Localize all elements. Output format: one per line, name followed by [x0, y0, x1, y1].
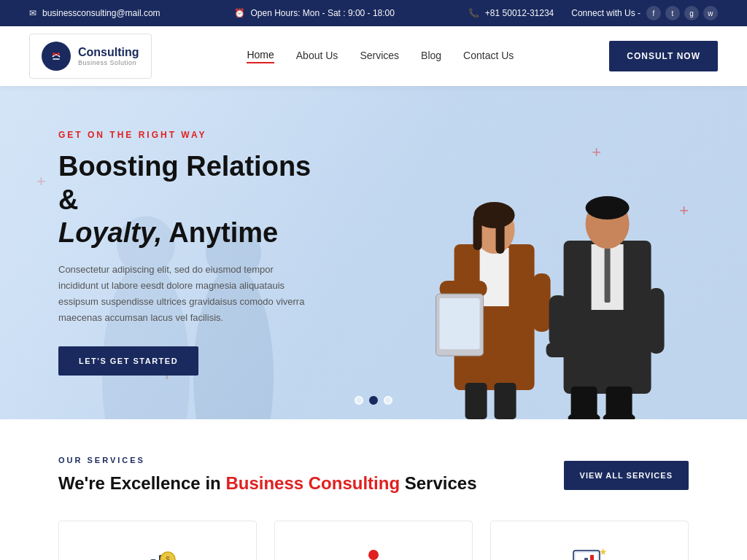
service-card-marketing: Marketing Services Consectetur adipiscin…: [490, 521, 689, 560]
main-nav: Home About Us Services Blog Contact Us: [247, 49, 514, 63]
whatsapp-icon[interactable]: w: [703, 6, 718, 20]
services-title-highlight: Business Consulting: [225, 473, 400, 493]
services-tag: OUR SERVICES: [58, 456, 477, 464]
logo: Consulting Business Solution: [29, 34, 152, 79]
svg-point-23: [585, 196, 629, 219]
dot-3[interactable]: [384, 396, 392, 405]
logo-title: Consulting: [78, 46, 139, 59]
marketing-icon: [568, 543, 611, 560]
services-title-area: OUR SERVICES We're Excellence in Busines…: [58, 456, 477, 494]
hero-content: GET ON THE RIGHT WAY Boosting Relations …: [0, 86, 374, 419]
services-header: OUR SERVICES We're Excellence in Busines…: [58, 456, 689, 494]
svg-point-0: [47, 47, 66, 66]
svg-rect-24: [549, 295, 567, 346]
dot-2[interactable]: [369, 396, 378, 405]
svg-rect-8: [479, 248, 508, 306]
view-all-services-button[interactable]: VIEW ALL SERVICES: [564, 461, 689, 490]
email-icon: ✉: [29, 8, 36, 18]
dot-1[interactable]: [355, 396, 363, 405]
hero-description: Consectetur adipiscing elit, sed do eius…: [58, 262, 315, 326]
nav-about[interactable]: About Us: [296, 50, 338, 63]
svg-rect-15: [439, 298, 479, 349]
hero-title: Boosting Relations & Loyalty, Anytime: [58, 150, 315, 250]
profit-planning-icon: $: [136, 543, 179, 560]
hours-text: Open Hours: Mon - Sat : 9:00 - 18:00: [251, 8, 395, 18]
human-resources-icon: [352, 543, 395, 560]
service-card-human-resources: Human Resources Consectetur adipiscing e…: [274, 521, 473, 560]
service-card-profit-planning: $ Profit Planning Consectetur adipiscing…: [58, 521, 257, 560]
logo-subtitle: Business Solution: [78, 59, 139, 66]
nav-services[interactable]: Services: [360, 50, 399, 63]
svg-rect-49: [590, 555, 594, 560]
top-bar-hours: ⏰ Open Hours: Mon - Sat : 9:00 - 18:00: [234, 8, 395, 18]
header: Consulting Business Solution Home About …: [0, 26, 747, 86]
twitter-icon[interactable]: t: [665, 6, 680, 20]
hero-title-line1: Boosting Relations &: [58, 151, 311, 215]
carousel-dots: [355, 396, 392, 405]
hero-title-normal: Anytime: [162, 217, 278, 248]
nav-blog[interactable]: Blog: [421, 50, 441, 63]
svg-point-1: [53, 52, 55, 55]
services-title: We're Excellence in Business Consulting …: [58, 472, 477, 494]
svg-point-2: [57, 52, 60, 55]
services-section: OUR SERVICES We're Excellence in Busines…: [0, 419, 747, 560]
email-text: businessconsulting@mail.com: [42, 8, 160, 18]
connect-label: Connect with Us -: [571, 8, 640, 18]
top-bar-contact: ✉ businessconsulting@mail.com: [29, 8, 160, 18]
hero-title-bold: Loyalty,: [58, 217, 162, 248]
svg-marker-50: [600, 548, 607, 556]
hero-section: + + + + GET ON THE RIGHT WAY Boosting Re…: [0, 86, 747, 419]
svg-point-36: [368, 550, 379, 560]
top-bar: ✉ businessconsulting@mail.com ⏰ Open Hou…: [0, 0, 747, 26]
top-bar-social-area: 📞 +81 50012-31234 Connect with Us - f t …: [468, 6, 718, 20]
phone-icon: 📞: [468, 8, 479, 18]
services-title-suffix: Services: [400, 473, 476, 493]
phone-text: +81 50012-31234: [485, 8, 554, 18]
svg-rect-25: [546, 343, 575, 357]
nav-home[interactable]: Home: [247, 49, 274, 63]
svg-rect-26: [648, 288, 664, 354]
svg-rect-17: [465, 383, 487, 419]
services-grid: $ Profit Planning Consectetur adipiscing…: [58, 521, 689, 560]
nav-contact[interactable]: Contact Us: [463, 50, 514, 63]
hero-image: [336, 86, 747, 419]
svg-rect-12: [495, 214, 504, 254]
consult-now-button[interactable]: CONSULT NOW: [609, 41, 718, 71]
logo-icon: [42, 42, 71, 71]
svg-rect-11: [473, 214, 481, 250]
svg-rect-18: [494, 383, 516, 419]
logo-text: Consulting Business Solution: [78, 46, 139, 66]
google-plus-icon[interactable]: g: [684, 6, 699, 20]
social-links: f t g w: [646, 6, 718, 20]
clock-icon: ⏰: [234, 8, 245, 18]
get-started-button[interactable]: LET'S GET STARTED: [58, 346, 198, 376]
services-title-prefix: We're Excellence in: [58, 473, 225, 493]
hero-people-svg: [336, 113, 747, 419]
svg-rect-21: [604, 248, 610, 303]
hero-tagline: GET ON THE RIGHT WAY: [58, 130, 315, 140]
svg-text:$: $: [166, 556, 170, 560]
facebook-icon[interactable]: f: [646, 6, 661, 20]
svg-rect-16: [533, 273, 550, 332]
